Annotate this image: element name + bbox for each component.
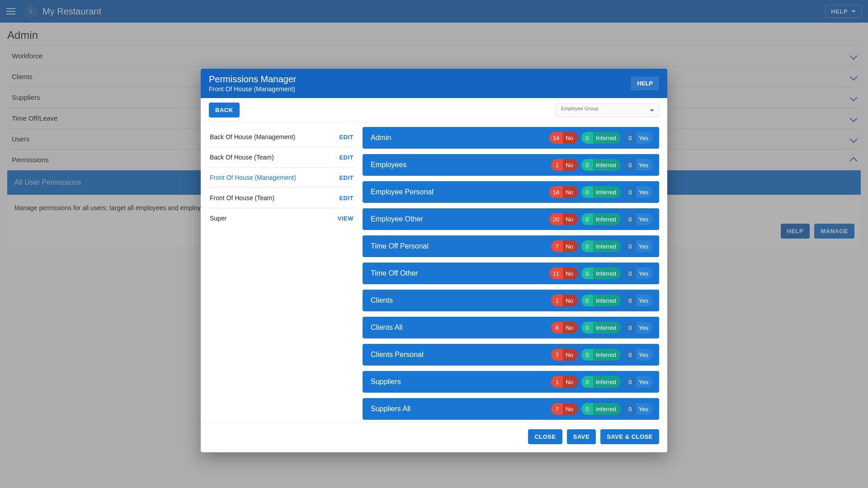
yes-chip[interactable]: 0Yes bbox=[624, 322, 653, 333]
inferred-label: Inferred bbox=[593, 324, 621, 331]
edit-link[interactable]: EDIT bbox=[339, 134, 354, 141]
inferred-chip[interactable]: 0Inferred bbox=[581, 213, 621, 225]
yes-count: 0 bbox=[624, 376, 636, 388]
permissions-dialog: Permissions Manager Front Of House (Mana… bbox=[201, 69, 667, 452]
inferred-count: 0 bbox=[581, 159, 593, 171]
yes-chip[interactable]: 0Yes bbox=[624, 403, 653, 415]
inferred-chip[interactable]: 0Inferred bbox=[581, 240, 621, 252]
dialog-help-button[interactable]: HELP bbox=[631, 76, 659, 90]
edit-link[interactable]: EDIT bbox=[339, 195, 354, 202]
group-row[interactable]: SuperVIEW bbox=[209, 208, 354, 228]
no-chip[interactable]: 7No bbox=[551, 240, 578, 252]
category-row[interactable]: Clients All8No0Inferred0Yes bbox=[363, 317, 659, 338]
inferred-chip[interactable]: 0Inferred bbox=[581, 295, 621, 306]
chip-group: 1No0Inferred0Yes bbox=[551, 376, 653, 388]
yes-chip[interactable]: 0Yes bbox=[624, 213, 653, 225]
chip-group: 20No0Inferred0Yes bbox=[549, 213, 653, 225]
yes-chip[interactable]: 0Yes bbox=[624, 267, 653, 279]
no-chip[interactable]: 14No bbox=[549, 132, 578, 144]
inferred-chip[interactable]: 0Inferred bbox=[581, 349, 621, 361]
inferred-label: Inferred bbox=[593, 216, 621, 223]
yes-chip[interactable]: 0Yes bbox=[624, 349, 653, 361]
inferred-count: 0 bbox=[581, 132, 593, 144]
no-chip[interactable]: 1No bbox=[551, 295, 578, 306]
no-chip[interactable]: 8No bbox=[551, 322, 578, 333]
back-button[interactable]: BACK bbox=[209, 103, 240, 117]
group-row[interactable]: Front Of House (Team)EDIT bbox=[209, 188, 354, 208]
no-chip[interactable]: 1No bbox=[551, 376, 578, 388]
category-name: Clients All bbox=[371, 324, 551, 332]
view-link[interactable]: VIEW bbox=[338, 215, 354, 222]
inferred-chip[interactable]: 0Inferred bbox=[581, 159, 621, 171]
no-chip[interactable]: 7No bbox=[551, 349, 578, 361]
yes-count: 0 bbox=[624, 186, 636, 198]
edit-link[interactable]: EDIT bbox=[339, 174, 354, 181]
group-name: Back Of House (Management) bbox=[210, 133, 295, 141]
yes-chip[interactable]: 0Yes bbox=[624, 186, 653, 198]
category-row[interactable]: Employees1No0Inferred0Yes bbox=[363, 154, 659, 176]
category-row[interactable]: Admin14No0Inferred0Yes bbox=[363, 127, 659, 149]
edit-link[interactable]: EDIT bbox=[339, 154, 354, 161]
inferred-label: Inferred bbox=[593, 270, 621, 277]
save-button[interactable]: SAVE bbox=[567, 429, 596, 444]
category-row[interactable]: Clients1No0Inferred0Yes bbox=[363, 290, 659, 311]
category-row[interactable]: Suppliers All7No0Inferred0Yes bbox=[363, 398, 659, 420]
inferred-chip[interactable]: 0Inferred bbox=[581, 186, 621, 198]
inferred-chip[interactable]: 0Inferred bbox=[581, 132, 621, 144]
group-row[interactable]: Front Of House (Management)EDIT bbox=[209, 168, 354, 188]
inferred-label: Inferred bbox=[593, 135, 621, 141]
category-row[interactable]: Employee Personal14No0Inferred0Yes bbox=[363, 181, 659, 203]
inferred-chip[interactable]: 0Inferred bbox=[581, 322, 621, 333]
category-name: Admin bbox=[371, 134, 549, 142]
no-chip[interactable]: 20No bbox=[549, 213, 578, 225]
no-count: 1 bbox=[551, 159, 563, 171]
chip-group: 8No0Inferred0Yes bbox=[551, 322, 653, 333]
category-row[interactable]: Employee Other20No0Inferred0Yes bbox=[363, 208, 659, 230]
no-chip[interactable]: 7No bbox=[551, 403, 578, 415]
category-row[interactable]: Time Off Personal7No0Inferred0Yes bbox=[363, 235, 659, 257]
inferred-chip[interactable]: 0Inferred bbox=[581, 267, 621, 279]
no-count: 11 bbox=[549, 267, 563, 279]
no-count: 7 bbox=[551, 240, 563, 252]
yes-chip[interactable]: 0Yes bbox=[624, 159, 653, 171]
inferred-count: 0 bbox=[581, 186, 593, 198]
employee-group-select[interactable]: Employee Group bbox=[555, 103, 659, 117]
inferred-label: Inferred bbox=[593, 297, 621, 304]
no-label: No bbox=[563, 135, 578, 141]
save-close-button[interactable]: SAVE & CLOSE bbox=[600, 429, 659, 444]
category-name: Employees bbox=[371, 161, 551, 169]
inferred-count: 0 bbox=[581, 240, 593, 252]
no-label: No bbox=[563, 352, 578, 358]
yes-chip[interactable]: 0Yes bbox=[624, 132, 653, 144]
yes-count: 0 bbox=[624, 267, 636, 279]
category-row[interactable]: Suppliers1No0Inferred0Yes bbox=[363, 371, 659, 393]
no-chip[interactable]: 11No bbox=[549, 267, 578, 279]
yes-count: 0 bbox=[624, 403, 636, 415]
yes-count: 0 bbox=[624, 213, 636, 225]
inferred-chip[interactable]: 0Inferred bbox=[581, 376, 621, 388]
yes-count: 0 bbox=[624, 295, 636, 306]
dialog-subtitle: Front Of House (Management) bbox=[209, 85, 631, 93]
close-button[interactable]: CLOSE bbox=[528, 429, 562, 444]
no-count: 7 bbox=[551, 349, 563, 361]
inferred-chip[interactable]: 0Inferred bbox=[581, 403, 621, 415]
yes-label: Yes bbox=[636, 352, 653, 358]
no-count: 14 bbox=[549, 186, 563, 198]
yes-label: Yes bbox=[636, 135, 653, 141]
inferred-label: Inferred bbox=[593, 352, 621, 358]
group-row[interactable]: Back Of House (Management)EDIT bbox=[209, 127, 354, 147]
group-name: Front Of House (Team) bbox=[210, 194, 274, 202]
yes-chip[interactable]: 0Yes bbox=[624, 240, 653, 252]
category-row[interactable]: Time Off Other11No0Inferred0Yes bbox=[363, 263, 659, 284]
yes-chip[interactable]: 0Yes bbox=[624, 295, 653, 306]
category-row[interactable]: Clients Personal7No0Inferred0Yes bbox=[363, 344, 659, 366]
yes-count: 0 bbox=[624, 349, 636, 361]
group-row[interactable]: Back Of House (Team)EDIT bbox=[209, 147, 354, 168]
yes-label: Yes bbox=[636, 379, 653, 385]
dialog-toolbar: BACK Employee Group bbox=[201, 98, 667, 122]
chevron-down-icon bbox=[650, 109, 654, 112]
no-chip[interactable]: 14No bbox=[549, 186, 578, 198]
yes-chip[interactable]: 0Yes bbox=[624, 376, 653, 388]
no-chip[interactable]: 1No bbox=[551, 159, 578, 171]
inferred-label: Inferred bbox=[593, 189, 621, 196]
